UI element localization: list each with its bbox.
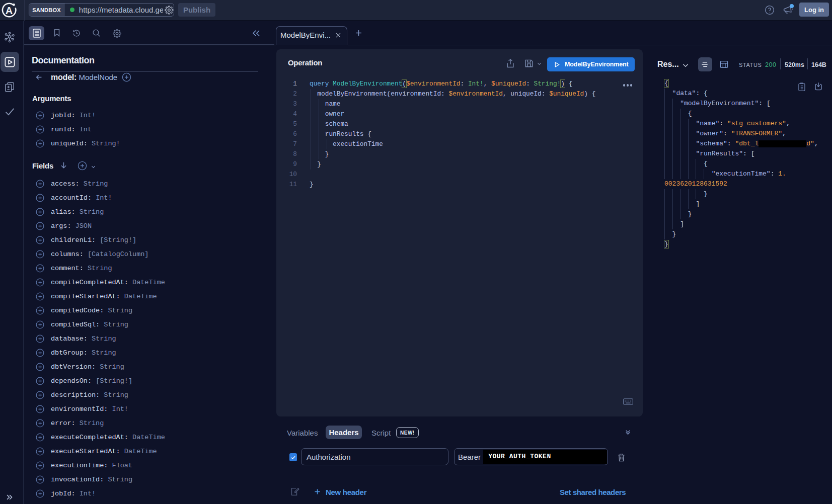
svg-text:A: A bbox=[6, 5, 13, 16]
